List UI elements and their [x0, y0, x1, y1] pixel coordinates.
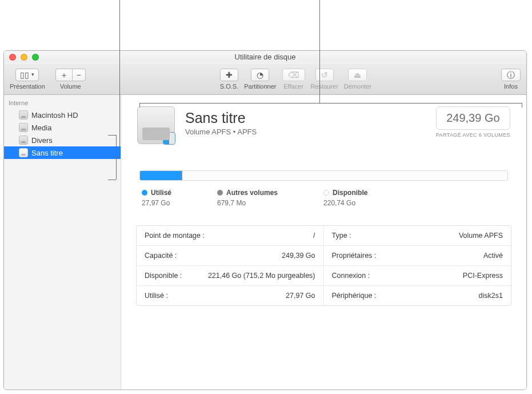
window-title: Utilitaire de disque — [4, 53, 526, 61]
stethoscope-icon: ✚ — [226, 71, 233, 79]
finder-badge-icon — [163, 132, 175, 145]
pie-icon: ◔ — [257, 71, 263, 79]
legend-avail-label: Disponible — [333, 189, 367, 197]
legend-avail: Disponible 220,74 Go — [323, 189, 367, 207]
restore-label: Restaurer — [311, 83, 338, 90]
disk-icon — [19, 148, 28, 157]
sidebar-icon: ▯▯ — [20, 71, 29, 79]
callout-line — [119, 50, 120, 157]
usage-bar — [139, 170, 508, 181]
erase-group: ⌫ Effacer — [282, 69, 305, 90]
volume-remove-button[interactable]: − — [72, 69, 86, 81]
restore-icon: ↺ — [321, 71, 328, 79]
usage-bar-other — [181, 171, 182, 180]
erase-button[interactable]: ⌫ — [282, 69, 305, 81]
detail-row: Propriétaires :Activé — [324, 246, 511, 266]
sidebar-item-label: Media — [31, 124, 51, 132]
presentation-button[interactable]: ▯▯ ▾ — [15, 69, 39, 81]
callout-line — [116, 135, 117, 180]
sidebar-item-macintosh-hd[interactable]: Macintosh HD — [4, 109, 121, 121]
legend-other-label: Autres volumes — [226, 189, 278, 197]
sidebar-item-sans-titre[interactable]: Sans titre — [4, 146, 121, 159]
legend-other-value: 679,7 Mo — [217, 199, 278, 207]
sidebar-item-media[interactable]: Media — [4, 121, 121, 134]
legend-used-value: 27,97 Go — [142, 199, 171, 207]
close-button[interactable] — [9, 54, 16, 61]
volume-add-button[interactable]: ＋ — [55, 69, 72, 81]
callout-line — [319, 0, 320, 50]
info-label: Infos — [504, 83, 518, 90]
sidebar-item-divers[interactable]: Divers — [4, 134, 121, 146]
partition-label: Partitionner — [244, 83, 276, 90]
sidebar-section-internal: Interne — [4, 98, 121, 109]
volume-add-icon: ＋ — [60, 71, 68, 79]
chevron-down-icon: ▾ — [31, 72, 34, 77]
unmount-label: Démonter — [344, 83, 371, 90]
unmount-group: ⏏ Démonter — [344, 69, 371, 90]
usage-bar-used — [140, 171, 181, 180]
swatch-other-icon — [217, 190, 223, 196]
window-body: Interne Macintosh HD Media Divers Sans t… — [4, 95, 526, 389]
details-table: Point de montage :/ Type :Volume APFS Ca… — [136, 225, 511, 306]
detail-row: Capacité :249,39 Go — [137, 246, 324, 266]
detail-row: Disponible :221,46 Go (715,2 Mo purgeabl… — [137, 266, 324, 286]
volume-shared-caption: PARTAGÉ AVEC 6 VOLUMES — [436, 132, 510, 138]
detail-row: Point de montage :/ — [137, 226, 324, 246]
info-group: ⓘ Infos — [501, 69, 521, 90]
detail-row: Type :Volume APFS — [324, 226, 511, 246]
erase-label: Effacer — [283, 83, 303, 90]
volume-icon — [137, 106, 175, 144]
sidebar-item-label: Divers — [31, 136, 53, 145]
sos-button[interactable]: ✚ — [220, 69, 238, 81]
sidebar-item-label: Sans titre — [31, 149, 63, 157]
restore-group: ↺ Restaurer — [311, 69, 338, 90]
sos-group: ✚ S.O.S. — [220, 69, 238, 90]
eject-icon: ⏏ — [354, 71, 361, 79]
presentation-label: Présentation — [10, 83, 45, 90]
volume-group: ＋ − Volume — [55, 69, 86, 90]
legend-used: Utilisé 27,97 Go — [142, 189, 171, 207]
legend-avail-value: 220,74 Go — [323, 199, 367, 207]
detail-row: Connexion :PCI-Express — [324, 266, 511, 286]
minimize-button[interactable] — [21, 54, 27, 61]
sidebar-item-label: Macintosh HD — [31, 111, 78, 120]
volume-label: Volume — [60, 83, 81, 90]
disk-icon — [19, 110, 28, 120]
restore-button[interactable]: ↺ — [315, 69, 334, 81]
callout-line — [319, 50, 320, 103]
info-icon: ⓘ — [507, 71, 515, 79]
legend-other: Autres volumes 679,7 Mo — [217, 189, 278, 207]
volume-subtitle: Volume APFS • APFS — [185, 128, 426, 136]
volume-remove-icon: − — [77, 71, 81, 79]
volume-size: 249,39 Go — [436, 106, 510, 130]
erase-icon: ⌫ — [288, 71, 299, 79]
sidebar: Interne Macintosh HD Media Divers Sans t… — [4, 95, 121, 389]
zoom-button[interactable] — [32, 54, 39, 61]
volume-header: Sans titre Volume APFS • APFS 249,39 Go … — [121, 95, 526, 144]
legend-used-label: Utilisé — [151, 189, 171, 197]
disk-icon — [19, 123, 28, 132]
detail-row: Périphérique :disk2s1 — [324, 286, 511, 305]
window-controls — [9, 54, 39, 61]
presentation-group: ▯▯ ▾ Présentation — [10, 69, 45, 90]
swatch-avail-icon — [323, 190, 329, 196]
partition-group: ◔ Partitionner — [244, 69, 276, 90]
volume-title: Sans titre — [185, 110, 426, 126]
toolbar: ▯▯ ▾ Présentation ＋ − Volume ✚ S.O.S. ◔ … — [4, 63, 526, 95]
window-frame: Utilitaire de disque ▯▯ ▾ Présentation ＋… — [3, 50, 527, 390]
usage-section: Utilisé 27,97 Go Autres volumes 679,7 Mo… — [121, 144, 526, 207]
sos-label: S.O.S. — [220, 83, 238, 90]
info-button[interactable]: ⓘ — [501, 69, 521, 81]
swatch-used-icon — [142, 190, 147, 196]
callout-line — [119, 0, 120, 50]
main-pane: Sans titre Volume APFS • APFS 249,39 Go … — [121, 95, 526, 389]
unmount-button[interactable]: ⏏ — [348, 69, 367, 81]
titlebar: Utilitaire de disque — [4, 51, 526, 63]
partition-button[interactable]: ◔ — [251, 69, 269, 81]
usage-legend: Utilisé 27,97 Go Autres volumes 679,7 Mo… — [139, 189, 508, 207]
detail-row: Utilisé :27,97 Go — [137, 286, 324, 305]
disk-icon — [19, 136, 28, 145]
